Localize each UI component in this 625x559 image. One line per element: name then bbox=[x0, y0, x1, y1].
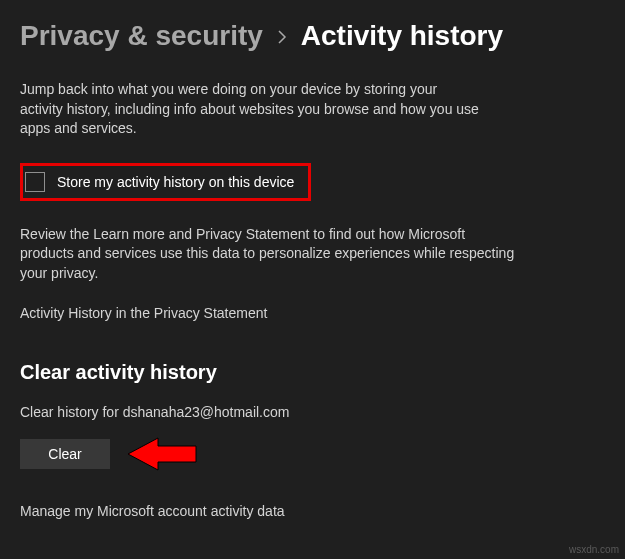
privacy-statement-link[interactable]: Activity History in the Privacy Statemen… bbox=[20, 305, 267, 321]
intro-text: Jump back into what you were doing on yo… bbox=[20, 80, 480, 139]
manage-account-link[interactable]: Manage my Microsoft account activity dat… bbox=[20, 503, 285, 519]
arrow-left-icon bbox=[128, 434, 198, 474]
chevron-right-icon bbox=[277, 28, 287, 49]
clear-history-heading: Clear activity history bbox=[20, 361, 605, 384]
page-title: Activity history bbox=[301, 20, 503, 52]
store-history-checkbox[interactable] bbox=[25, 172, 45, 192]
store-history-label: Store my activity history on this device bbox=[57, 174, 294, 190]
breadcrumb: Privacy & security Activity history bbox=[20, 20, 605, 52]
clear-history-label: Clear history for dshanaha23@hotmail.com bbox=[20, 404, 605, 420]
watermark: wsxdn.com bbox=[569, 544, 619, 555]
store-history-checkbox-row[interactable]: Store my activity history on this device bbox=[20, 163, 311, 201]
svg-marker-0 bbox=[128, 438, 196, 470]
breadcrumb-parent[interactable]: Privacy & security bbox=[20, 20, 263, 52]
review-text: Review the Learn more and Privacy Statem… bbox=[20, 225, 520, 284]
clear-row: Clear bbox=[20, 434, 605, 474]
clear-button[interactable]: Clear bbox=[20, 439, 110, 469]
